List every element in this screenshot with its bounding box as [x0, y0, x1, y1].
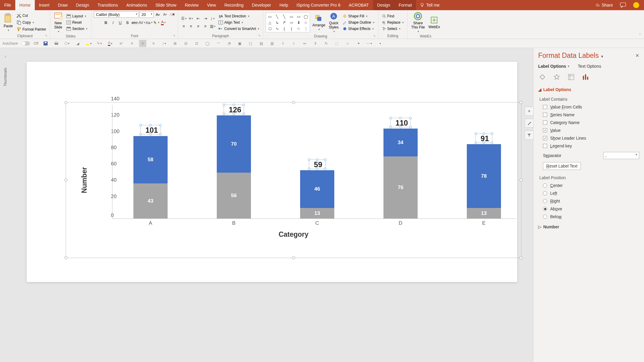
- shape-fill-button[interactable]: Shape Fill▾: [341, 13, 376, 19]
- pos-above-radio[interactable]: Above: [538, 206, 639, 211]
- expand-thumbnails-button[interactable]: ›: [5, 54, 6, 59]
- justify-button[interactable]: ≡: [202, 23, 209, 29]
- chart-plot-area[interactable]: 0 20 40 60 80 100 120 140 43 58: [93, 105, 516, 219]
- comments-icon[interactable]: [620, 2, 626, 8]
- grow-font-button[interactable]: A▴: [154, 11, 161, 17]
- tab-recording[interactable]: Recording: [220, 0, 248, 10]
- shape-effects-button[interactable]: Shape Effects▾: [341, 26, 376, 31]
- series-name-check[interactable]: Series Name: [538, 112, 639, 117]
- columns-button[interactable]: ▥▾: [209, 23, 216, 29]
- tab-home[interactable]: Home: [15, 0, 35, 10]
- tab-transitions[interactable]: Transitions: [93, 0, 122, 10]
- cut-button[interactable]: Cut: [15, 13, 47, 19]
- font-size-combo[interactable]: 20: [139, 11, 154, 18]
- text-direction-button[interactable]: ||AText Direction▾: [217, 13, 261, 19]
- align-text-button[interactable]: ‡Align Text▾: [217, 20, 261, 25]
- replace-button[interactable]: abReplace▾: [381, 20, 405, 25]
- dist-h-button[interactable]: ⇔: [301, 40, 308, 47]
- autosave-toggle[interactable]: [22, 41, 30, 46]
- send-bkwd-button[interactable]: ▥: [269, 40, 276, 47]
- tab-design[interactable]: Design: [72, 0, 94, 10]
- chart-elements-button[interactable]: +: [525, 107, 534, 116]
- new-slide-button[interactable]: ✦ New Slide▾: [52, 11, 64, 34]
- collapse-ribbon-button[interactable]: ˄: [639, 33, 641, 38]
- tab-chart-format[interactable]: Format: [394, 0, 416, 10]
- shape-format-button[interactable]: ⬠▾: [64, 40, 71, 47]
- label-options-icon[interactable]: [581, 73, 590, 81]
- dialog-launcher-icon[interactable]: ⤡: [173, 34, 175, 37]
- increase-indent-button[interactable]: ⇥: [202, 16, 209, 22]
- section-button[interactable]: Section▾: [65, 26, 89, 31]
- align-left-button[interactable]: ≡: [180, 23, 187, 29]
- tab-slideshow[interactable]: Slide Show: [151, 0, 180, 10]
- value-from-cells-check[interactable]: Value From Cells: [538, 105, 639, 109]
- share-this-file-button[interactable]: Share This File▾: [410, 11, 426, 34]
- close-pane-button[interactable]: ✕: [635, 53, 639, 58]
- print-button[interactable]: [53, 40, 60, 47]
- slide-canvas[interactable]: Number Category 0 20 40 60 80 100 120 14…: [27, 62, 517, 282]
- bar-d-s2[interactable]: 34: [383, 129, 418, 156]
- pos-right-radio[interactable]: Right: [538, 199, 639, 203]
- fill-line-icon[interactable]: [538, 73, 547, 81]
- bar-e-s1[interactable]: 13: [467, 208, 501, 218]
- tab-view[interactable]: View: [203, 0, 220, 10]
- dialog-launcher-icon[interactable]: ⤡: [258, 34, 261, 37]
- label-options-section[interactable]: ◢Label Options: [538, 87, 639, 92]
- reset-label-text-button[interactable]: Reset Label Text: [543, 162, 581, 170]
- align-right-button[interactable]: ≡: [195, 23, 201, 29]
- underline-button[interactable]: U: [117, 19, 124, 25]
- bar-d-s1[interactable]: 76: [383, 156, 418, 218]
- label-options-tab[interactable]: Label Options ▾: [538, 64, 569, 69]
- number-section[interactable]: ▷Number: [538, 224, 639, 229]
- total-label-e[interactable]: 91: [476, 133, 492, 143]
- font-name-combo[interactable]: Calibri (Body): [94, 11, 139, 18]
- align-objs2-button[interactable]: ⫲: [290, 40, 297, 47]
- dialog-launcher-icon[interactable]: ⤡: [373, 34, 376, 37]
- pen-button[interactable]: ✎▾: [96, 40, 103, 47]
- dialog-launcher-icon[interactable]: ⤡: [45, 34, 47, 37]
- bold-button[interactable]: B: [103, 19, 109, 25]
- total-label-d[interactable]: 110: [390, 118, 411, 127]
- superscript-button[interactable]: x²: [118, 40, 125, 47]
- tab-review[interactable]: Review: [180, 0, 203, 10]
- share-button[interactable]: Share: [595, 3, 613, 7]
- align-r2[interactable]: ≡: [150, 40, 157, 47]
- eraser-button[interactable]: ◢: [74, 40, 82, 47]
- arrange-button[interactable]: Arrange▾: [311, 13, 326, 31]
- bring-fwd-button[interactable]: ▤: [258, 40, 265, 47]
- font-color-button[interactable]: A▾: [160, 19, 167, 25]
- tab-file[interactable]: File: [0, 0, 15, 10]
- bar-e-s2[interactable]: 78: [467, 144, 501, 208]
- quick-styles-button[interactable]: AQuick Styles▾: [328, 11, 340, 34]
- total-label-c[interactable]: 59: [309, 159, 326, 169]
- oval-button[interactable]: ◯: [204, 40, 211, 47]
- tab-developer[interactable]: Developer: [248, 0, 275, 10]
- leader-lines-check[interactable]: ✓Show Leader Lines: [538, 136, 639, 141]
- rotate-button[interactable]: ↻: [323, 40, 330, 47]
- bar-a-s1[interactable]: 43: [133, 183, 168, 218]
- align-center-button[interactable]: ≡: [188, 23, 194, 29]
- arc-button[interactable]: ◠: [215, 40, 222, 47]
- highlight-button[interactable]: ▾: [153, 19, 160, 25]
- bar-a-s2[interactable]: 58: [133, 136, 168, 183]
- chart-filters-button[interactable]: [525, 131, 534, 140]
- pos-below-radio[interactable]: Below: [538, 214, 639, 219]
- total-label-b[interactable]: 126: [224, 105, 244, 114]
- group-button[interactable]: ⊞: [171, 40, 179, 47]
- align-mid-button[interactable]: ⫶▾: [161, 40, 168, 47]
- size-props-icon[interactable]: [567, 73, 575, 81]
- italic-button[interactable]: I: [110, 19, 116, 25]
- ungroup-button[interactable]: ⊟: [182, 40, 189, 47]
- tab-acrobat[interactable]: ACROBAT: [344, 0, 373, 10]
- select-button[interactable]: Select▾: [381, 26, 405, 31]
- pos-center-radio[interactable]: Center: [538, 183, 639, 188]
- shadow-button[interactable]: S: [124, 19, 131, 25]
- more1-button[interactable]: ⋯▾: [366, 40, 373, 47]
- find-button[interactable]: Find: [381, 13, 405, 19]
- bar-b-s1[interactable]: 56: [217, 173, 251, 218]
- text-options-tab[interactable]: Text Options: [578, 64, 601, 69]
- bring-front-button[interactable]: ▣: [236, 40, 243, 47]
- smartart-button[interactable]: Convert to SmartArt▾: [217, 26, 261, 31]
- tell-me-search[interactable]: Tell me: [420, 0, 440, 10]
- total-label-a[interactable]: 101: [140, 125, 161, 135]
